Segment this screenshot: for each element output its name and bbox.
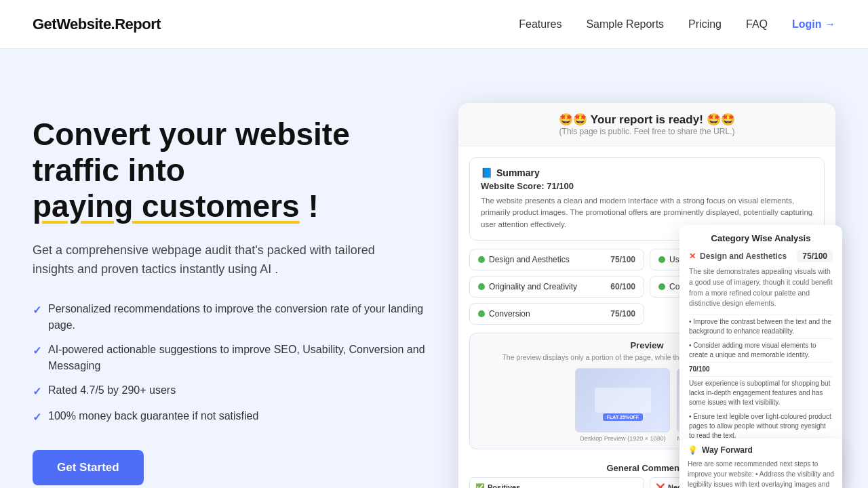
score-item: Originality and Creativity 60/100 bbox=[469, 276, 644, 298]
check-icon: ✓ bbox=[33, 302, 41, 319]
nav-links: Features Sample Reports Pricing FAQ Logi… bbox=[519, 18, 835, 30]
check-icon: ✓ bbox=[33, 343, 41, 359]
report-preview: 🤩🤩 Your report is ready! 🤩🤩 (This page i… bbox=[458, 103, 835, 488]
get-started-button[interactable]: Get Started bbox=[33, 450, 144, 485]
hero-features-list: ✓ Personalized recommendations to improv… bbox=[33, 301, 426, 426]
feature-item: ✓ Rated 4.7/5 by 290+ users bbox=[33, 382, 426, 400]
feature-item: ✓ 100% money back guarantee if not satis… bbox=[33, 408, 426, 426]
positives-label: Positives bbox=[488, 483, 520, 488]
screen-inner: FLAT 25%OFF bbox=[576, 369, 669, 432]
report-header-sub: (This page is public. Feel free to share… bbox=[472, 127, 822, 136]
hero-section: Convert your website traffic into paying… bbox=[0, 49, 868, 488]
bullet-item: 70/100 bbox=[689, 362, 833, 376]
promo-banner: FLAT 25%OFF bbox=[603, 413, 643, 421]
score-item: Design and Aesthetics 75/100 bbox=[469, 249, 644, 270]
feature-item: ✓ AI-powered actionable suggestions to i… bbox=[33, 342, 426, 374]
score-dot bbox=[658, 256, 665, 263]
negative-icon: ❌ bbox=[656, 483, 665, 488]
check-icon: ✓ bbox=[33, 384, 41, 400]
feature-item: ✓ Personalized recommendations to improv… bbox=[33, 301, 426, 333]
panel-category: ✕ Design and Aesthetics 75/100 bbox=[689, 250, 833, 262]
nav-faq[interactable]: FAQ bbox=[746, 18, 768, 30]
x-icon: ✕ bbox=[689, 251, 696, 261]
category-text: The site demonstrates appealing visuals … bbox=[689, 266, 833, 309]
report-header: 🤩🤩 Your report is ready! 🤩🤩 (This page i… bbox=[458, 103, 835, 146]
bullet-item: • Consider adding more visual elements t… bbox=[689, 338, 833, 362]
desktop-label: Desktop Preview (1920 × 1080) bbox=[575, 435, 670, 442]
panel-title: Category Wise Analysis bbox=[689, 233, 833, 243]
way-forward-text: Here are some recommended next steps to … bbox=[688, 459, 834, 488]
score-item: Conversion 75/100 bbox=[469, 303, 644, 325]
report-ready-title: 🤩🤩 Your report is ready! 🤩🤩 bbox=[472, 113, 822, 127]
way-forward-icon: 💡 bbox=[688, 445, 698, 455]
summary-icon: 📘 bbox=[481, 167, 492, 178]
bullet-item: • Improve the contrast between the text … bbox=[689, 314, 833, 338]
nav-login[interactable]: Login → bbox=[792, 18, 835, 30]
category-score: 75/100 bbox=[797, 250, 833, 262]
desktop-preview-screen: FLAT 25%OFF bbox=[575, 368, 670, 432]
hero-heading: Convert your website traffic into paying… bbox=[33, 117, 426, 224]
summary-score: Website Score: 71/100 bbox=[481, 181, 813, 191]
positive-icon: ✅ bbox=[475, 483, 485, 488]
navigation: GetWebsite.Report Features Sample Report… bbox=[0, 0, 868, 49]
bullet-item: • Ensure text legible over light-coloure… bbox=[689, 409, 833, 443]
screen-figure bbox=[595, 388, 651, 413]
score-dot bbox=[658, 283, 665, 290]
bullet-item: User experience is suboptimal for shoppi… bbox=[689, 376, 833, 409]
logo[interactable]: GetWebsite.Report bbox=[33, 16, 161, 33]
way-forward-card: 💡 Way Forward Here are some recommended … bbox=[679, 439, 842, 488]
summary-title: 📘 Summary bbox=[481, 167, 813, 178]
score-dot bbox=[478, 310, 485, 317]
positives-col: ✅ Positives bbox=[469, 477, 644, 488]
nav-pricing[interactable]: Pricing bbox=[688, 18, 722, 30]
score-dot bbox=[478, 256, 485, 263]
nav-features[interactable]: Features bbox=[519, 18, 561, 30]
way-forward-title: 💡 Way Forward bbox=[688, 445, 834, 455]
nav-sample-reports[interactable]: Sample Reports bbox=[586, 18, 664, 30]
check-icon: ✓ bbox=[33, 409, 41, 426]
hero-subtitle: Get a comprehensive webpage audit that's… bbox=[33, 241, 385, 280]
hero-content: Convert your website traffic into paying… bbox=[33, 103, 426, 488]
score-dot bbox=[478, 283, 485, 290]
